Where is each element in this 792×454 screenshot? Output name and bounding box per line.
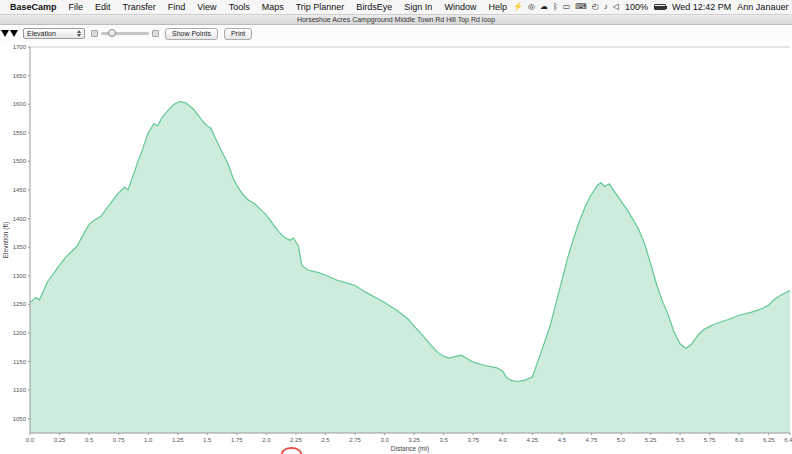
elevation-profile-svg[interactable]: 1700165016001550150014501400135013001250… <box>0 42 792 454</box>
menubar-items: FileEditTransferFindViewToolsMapsTrip Pl… <box>63 2 513 12</box>
y-tick-label: 1150 <box>13 359 27 365</box>
marker-flag-icon <box>10 30 18 37</box>
x-tick-label: 1.0 <box>144 437 153 443</box>
x-tick-label: 5.0 <box>617 437 626 443</box>
x-tick-label: 1.25 <box>172 437 184 443</box>
y-tick-label: 1450 <box>13 187 27 193</box>
display-icon[interactable]: ▭ <box>563 3 571 11</box>
x-tick-label: 3.25 <box>408 437 420 443</box>
x-tick-label: 5.25 <box>645 437 657 443</box>
y-tick-label: 1300 <box>13 273 27 279</box>
y-tick-label: 1500 <box>13 158 27 164</box>
x-tick-label: 0.5 <box>85 437 94 443</box>
x-tick-label: 0.75 <box>113 437 125 443</box>
elevation-chart[interactable]: 1700165016001550150014501400135013001250… <box>0 42 792 454</box>
x-tick-label: 4.25 <box>526 437 538 443</box>
menu-item-transfer[interactable]: Transfer <box>117 2 162 12</box>
y-tick-label: 1550 <box>13 130 27 136</box>
menu-item-file[interactable]: File <box>63 2 90 12</box>
x-tick-label: 4.75 <box>586 437 598 443</box>
profile-type-value: Elevation <box>27 30 56 37</box>
menubar-status-icons: ⚡◎☁ᛒ▭⌨◴♪◁ <box>513 3 619 11</box>
y-axis-label: Elevation (ft) <box>2 222 10 259</box>
zoom-slider-thumb[interactable] <box>108 29 116 37</box>
dropdown-arrows-icon <box>77 30 81 37</box>
cloud-icon[interactable]: ☁ <box>540 3 548 11</box>
menu-item-sign-in[interactable]: Sign In <box>398 2 438 12</box>
menu-item-help[interactable]: Help <box>482 2 513 12</box>
x-tick-label: 6.25 <box>763 437 775 443</box>
zoom-slider[interactable] <box>91 30 159 37</box>
profile-type-select[interactable]: Elevation <box>23 28 85 39</box>
y-tick-label: 1650 <box>13 73 27 79</box>
clock-icon[interactable]: ◴ <box>592 3 599 11</box>
x-tick-label: 2.75 <box>349 437 361 443</box>
x-tick-label: 4.5 <box>558 437 567 443</box>
menu-item-birdseye[interactable]: BirdsEye <box>350 2 398 12</box>
y-tick-label: 1250 <box>13 301 27 307</box>
x-tick-label: 6.0 <box>735 437 744 443</box>
toolbar: Elevation Show Points Print <box>0 25 792 42</box>
x-tick-label: 2.5 <box>321 437 330 443</box>
camera-icon[interactable]: ◎ <box>528 3 535 11</box>
x-tick-label: 5.5 <box>676 437 685 443</box>
zoom-out-icon[interactable] <box>91 30 98 37</box>
menubar-status: ⚡◎☁ᛒ▭⌨◴♪◁ 100% Wed 12:42 PM Ann Janauer <box>513 2 792 12</box>
x-tick-label: 1.5 <box>203 437 212 443</box>
x-tick-label: 0.0 <box>26 437 35 443</box>
print-button[interactable]: Print <box>224 28 252 40</box>
x-tick-label: 4.0 <box>499 437 508 443</box>
x-tick-label: 3.5 <box>440 437 449 443</box>
zoom-slider-track[interactable] <box>101 32 149 35</box>
x-tick-label: 6.43 <box>784 437 792 443</box>
menu-item-edit[interactable]: Edit <box>89 2 117 12</box>
show-points-button[interactable]: Show Points <box>165 28 218 40</box>
zoom-in-icon[interactable] <box>152 30 159 37</box>
keyboard-icon[interactable]: ⌨ <box>575 3 587 11</box>
screen: BaseCamp FileEditTransferFindViewToolsMa… <box>0 0 792 454</box>
marker-flags <box>1 30 17 37</box>
menu-item-trip-planner[interactable]: Trip Planner <box>290 2 351 12</box>
elevation-area <box>30 101 790 433</box>
x-tick-label: 2.25 <box>290 437 302 443</box>
menu-item-maps[interactable]: Maps <box>256 2 290 12</box>
x-tick-label: 3.75 <box>467 437 479 443</box>
window-titlebar[interactable]: Horseshoe Acres Campground Middle Town R… <box>0 15 792 25</box>
volume-icon[interactable]: ◁ <box>613 3 619 11</box>
x-tick-label: 0.25 <box>54 437 66 443</box>
battery-icon <box>654 4 666 10</box>
y-tick-label: 1350 <box>13 244 27 250</box>
y-tick-label: 1200 <box>13 330 27 336</box>
y-tick-label: 1100 <box>13 387 27 393</box>
x-axis-label: Distance (mi) <box>391 445 429 453</box>
menu-item-window[interactable]: Window <box>438 2 482 12</box>
menu-item-view[interactable]: View <box>191 2 222 12</box>
menubar: BaseCamp FileEditTransferFindViewToolsMa… <box>0 0 792 15</box>
y-tick-label: 1400 <box>13 216 27 222</box>
music-icon[interactable]: ♪ <box>604 3 608 11</box>
menu-item-tools[interactable]: Tools <box>223 2 256 12</box>
menubar-clock[interactable]: Wed 12:42 PM <box>672 2 731 12</box>
x-tick-label: 5.75 <box>704 437 716 443</box>
x-tick-label: 2.0 <box>262 437 271 443</box>
menu-item-find[interactable]: Find <box>162 2 192 12</box>
x-tick-label: 3.0 <box>380 437 389 443</box>
y-tick-label: 1050 <box>13 416 27 422</box>
bluetooth-icon[interactable]: ᛒ <box>553 3 558 11</box>
window-title: Horseshoe Acres Campground Middle Town R… <box>297 16 495 23</box>
marker-flag-icon <box>1 30 9 37</box>
map-highlight-oval <box>281 447 302 454</box>
bolt-icon[interactable]: ⚡ <box>513 3 523 11</box>
y-tick-label: 1700 <box>13 44 27 50</box>
menubar-user[interactable]: Ann Janauer <box>737 2 788 12</box>
battery-percent: 100% <box>625 2 648 12</box>
y-tick-label: 1600 <box>13 101 27 107</box>
x-tick-label: 1.75 <box>231 437 243 443</box>
menu-app-name[interactable]: BaseCamp <box>6 2 63 12</box>
